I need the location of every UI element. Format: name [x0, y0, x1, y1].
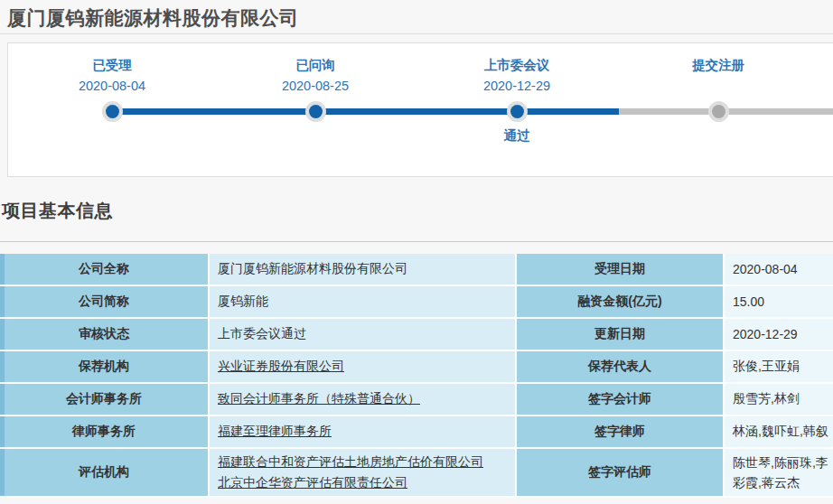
section-divider: [0, 241, 833, 242]
page-title: 厦门厦钨新能源材料股份有限公司: [7, 5, 299, 31]
signing-appraisers-value: 陈世琴,陈丽珠,李彩霞,蒋云杰: [733, 453, 833, 492]
field-label: 签字会计师: [517, 384, 725, 416]
stage-date: 2020-08-25: [234, 79, 397, 93]
field-label: 保荐代表人: [517, 351, 725, 384]
stage-label: 上市委会议: [435, 57, 598, 74]
stage-label: 已受理: [31, 57, 193, 74]
field-label: 签字评估师: [517, 449, 725, 498]
stage-label: 提交注册: [637, 57, 800, 74]
field-label: 审核状态: [0, 319, 210, 351]
listing-committee-result-badge: 通过: [463, 127, 571, 145]
company-short-name-value: 厦钨新能: [210, 286, 517, 319]
timeline-progress-bar: [112, 108, 619, 115]
stage-label: 已问询: [234, 57, 397, 74]
field-label: 更新日期: [517, 319, 725, 351]
table-row: 保荐机构 兴业证券股份有限公司 保荐代表人 张俊,王亚娟: [0, 351, 833, 384]
accounting-firm-link[interactable]: 致同会计师事务所（特殊普通合伙）: [218, 391, 420, 407]
field-label: 保荐机构: [0, 351, 210, 384]
field-label: 融资金额(亿元): [517, 286, 725, 319]
timeline-stage-listing-committee: 上市委会议 2020-12-29: [435, 57, 598, 93]
appraisal-agency-link-2[interactable]: 北京中企华资产评估有限责任公司: [218, 472, 515, 493]
table-row: 会计师事务所 致同会计师事务所（特殊普通合伙） 签字会计师 殷雪芳,林剑: [0, 384, 833, 416]
timeline-node-listing-committee: [507, 101, 528, 122]
review-timeline-panel: 已受理 2020-08-04 已问询 2020-08-25 上市委会议 2020…: [7, 42, 833, 177]
timeline-node-submit-registration: [708, 101, 729, 122]
sponsor-institution-link[interactable]: 兴业证券股份有限公司: [218, 359, 344, 375]
table-row: 公司简称 厦钨新能 融资金额(亿元) 15.00: [0, 286, 833, 319]
company-full-name-value: 厦门厦钨新能源材料股份有限公司: [210, 254, 517, 286]
law-firm-link[interactable]: 福建至理律师事务所: [218, 424, 332, 440]
timeline-node-inquired: [305, 101, 326, 122]
field-label: 公司全称: [0, 254, 210, 286]
table-row: 律师事务所 福建至理律师事务所 签字律师 林涵,魏吓虹,韩叙: [0, 416, 833, 449]
appraisal-agency-link-1[interactable]: 福建联合中和资产评估土地房地产估价有限公司: [218, 452, 515, 472]
field-label: 受理日期: [517, 254, 725, 286]
field-label: 律师事务所: [0, 416, 210, 449]
financing-amount-value: 15.00: [725, 286, 833, 319]
ipo-project-page: 厦门厦钨新能源材料股份有限公司 已受理 2020-08-04 已问询 2020-…: [0, 0, 833, 504]
project-info-table: 公司全称 厦门厦钨新能源材料股份有限公司 受理日期 2020-08-04 公司简…: [0, 254, 833, 498]
signing-lawyers-value: 林涵,魏吓虹,韩叙: [725, 416, 833, 449]
section-title-basic-info: 项目基本信息: [2, 199, 113, 223]
field-label: 公司简称: [0, 286, 210, 319]
table-row: 评估机构 福建联合中和资产评估土地房地产估价有限公司 北京中企华资产评估有限责任…: [0, 449, 833, 498]
field-label: 评估机构: [0, 449, 210, 498]
table-row: 公司全称 厦门厦钨新能源材料股份有限公司 受理日期 2020-08-04: [0, 254, 833, 286]
review-status-value: 上市委会议通过: [210, 319, 517, 351]
signing-accountants-value: 殷雪芳,林剑: [725, 384, 833, 416]
timeline-stage-submit-registration: 提交注册: [637, 57, 800, 79]
stage-date: 2020-08-04: [31, 79, 193, 93]
stage-date: 2020-12-29: [435, 79, 598, 93]
update-date-value: 2020-12-29: [725, 319, 833, 351]
timeline-stage-accepted: 已受理 2020-08-04: [31, 57, 193, 93]
timeline-stage-inquired: 已问询 2020-08-25: [234, 57, 397, 93]
sponsor-representatives-value: 张俊,王亚娟: [725, 351, 833, 384]
title-divider: [0, 33, 833, 34]
table-row: 审核状态 上市委会议通过 更新日期 2020-12-29: [0, 319, 833, 351]
field-label: 签字律师: [517, 416, 725, 449]
field-label: 会计师事务所: [0, 384, 210, 416]
timeline-node-accepted: [102, 101, 123, 122]
acceptance-date-value: 2020-08-04: [725, 254, 833, 286]
